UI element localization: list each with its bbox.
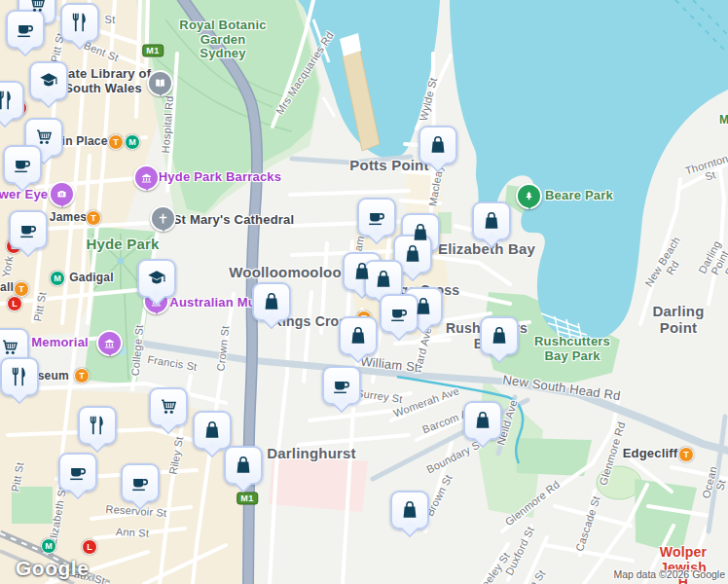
metro-station-badge[interactable]: M: [50, 271, 65, 286]
label-darling-point: Darling Point: [652, 304, 704, 337]
coffee-cup-icon: [129, 472, 151, 493]
coffee-pin-marker[interactable]: [6, 10, 45, 49]
food-pin-marker[interactable]: [0, 357, 39, 396]
label-hyde-park-barracks: Hyde Park Barracks: [159, 170, 281, 185]
shopping-cart-icon: [33, 127, 55, 148]
food-pin-marker[interactable]: [0, 81, 24, 120]
shopping-bag-icon: [373, 269, 394, 290]
shopping-cart-icon: [26, 0, 48, 16]
label-edgecliff: Edgecliff: [623, 447, 678, 461]
shopping-bag-icon: [201, 420, 223, 441]
label-all: all: [0, 281, 14, 294]
camera-poi-marker[interactable]: [49, 181, 75, 207]
library-book-icon: [154, 77, 166, 90]
label-darlinghurst: Darlinghurst: [267, 446, 356, 462]
shopping-bag-icon: [427, 134, 449, 156]
train-station-badge[interactable]: T: [108, 134, 124, 150]
shopping-cart-icon: [158, 396, 179, 418]
shopping-bag-icon: [481, 210, 502, 232]
coffee-pin-marker[interactable]: [121, 463, 160, 502]
shopping-bag-icon: [347, 325, 369, 347]
tree-poi-marker[interactable]: [516, 183, 542, 209]
food-pin-marker[interactable]: [78, 406, 117, 445]
coffee-cup-icon: [67, 461, 89, 483]
museum-icon: [140, 171, 153, 184]
label-woolloomooloo: Woolloomooloo: [229, 265, 342, 281]
memorial-icon: [103, 337, 116, 349]
museum-poi-marker[interactable]: [133, 164, 160, 191]
cart-pin-marker[interactable]: [149, 387, 188, 426]
label-st-mary-s-cathedral: St Mary's Cathedral: [173, 213, 295, 228]
bag-pin-marker[interactable]: [390, 491, 429, 529]
label-st: St: [105, 14, 116, 25]
bag-pin-marker[interactable]: [419, 126, 457, 164]
coffee-cup-icon: [15, 18, 36, 40]
food-pin-marker[interactable]: [60, 3, 99, 42]
coffee-pin-marker[interactable]: [357, 198, 396, 237]
label-m: M: [719, 114, 728, 127]
shopping-bag-icon: [413, 296, 434, 317]
metro-station-badge[interactable]: M: [125, 134, 140, 150]
label-james: James: [50, 211, 87, 224]
map-data-attribution[interactable]: Map data ©2026 Google: [613, 568, 725, 580]
bag-pin-marker[interactable]: [472, 201, 511, 240]
label-ann-st: Ann St: [116, 526, 150, 539]
restaurant-icon: [9, 366, 30, 387]
shopping-cart-icon: [0, 337, 20, 358]
label-gadigal: Gadigal: [69, 272, 113, 284]
lightrail-station-badge[interactable]: L: [7, 296, 22, 311]
book-poi-marker[interactable]: [147, 70, 173, 96]
shopping-bag-icon: [233, 455, 254, 476]
education-pin-marker[interactable]: [137, 259, 176, 298]
shopping-bag-icon: [399, 499, 420, 521]
label-beare-park: Beare Park: [545, 189, 613, 203]
graduation-cap-icon: [146, 268, 167, 289]
shopping-bag-icon: [351, 261, 373, 282]
coffee-cup-icon: [12, 154, 33, 175]
park-tree-icon: [523, 190, 535, 202]
restaurant-icon: [87, 415, 108, 436]
coffee-pin-marker[interactable]: [3, 145, 42, 184]
map-canvas[interactable]: Royal Botanic Garden SydneyState Library…: [0, 0, 728, 584]
bag-pin-marker[interactable]: [224, 446, 263, 485]
bag-pin-marker[interactable]: [252, 282, 291, 321]
bag-pin-marker[interactable]: [193, 411, 232, 450]
memorial-poi-marker[interactable]: [96, 330, 123, 356]
hospital-zone: [269, 456, 368, 512]
education-pin-marker[interactable]: [29, 61, 68, 100]
route-shield-m1: M1: [237, 493, 258, 505]
google-logo[interactable]: Google: [16, 557, 89, 580]
label-tin-place: tin Place: [57, 135, 107, 148]
church-cross-icon: [157, 212, 169, 225]
coffee-cup-icon: [388, 303, 410, 324]
coffee-pin-marker[interactable]: [9, 210, 48, 249]
label-rushcutters-bay-park: Rushcutters Bay Park: [534, 335, 610, 363]
train-station-badge[interactable]: T: [14, 281, 29, 297]
restaurant-icon: [69, 12, 91, 33]
cross-poi-marker[interactable]: [150, 205, 176, 232]
label-royal-botanic-garden-sydney: Royal Botanic Garden Sydney: [179, 18, 266, 61]
bag-pin-marker[interactable]: [339, 316, 378, 355]
bag-pin-marker[interactable]: [480, 316, 519, 355]
train-station-badge[interactable]: T: [86, 210, 101, 226]
route-shield-m1: M1: [142, 45, 164, 57]
attraction-camera-icon: [55, 188, 68, 201]
label-state-library-of-south-wales: State Library of South Wales: [55, 67, 152, 95]
graduation-cap-icon: [38, 70, 59, 91]
coffee-cup-icon: [366, 206, 387, 228]
shopping-bag-icon: [472, 410, 493, 431]
restaurant-icon: [0, 90, 16, 111]
label-hyde-park: Hyde Park: [86, 237, 159, 253]
lightrail-station-badge[interactable]: L: [82, 539, 97, 555]
coffee-cup-icon: [331, 375, 352, 396]
shopping-bag-icon: [261, 291, 282, 312]
shopping-bag-icon: [402, 243, 423, 265]
metro-station-badge[interactable]: M: [41, 538, 56, 554]
coffee-pin-marker[interactable]: [322, 366, 361, 405]
train-station-badge[interactable]: T: [678, 447, 694, 462]
shopping-bag-icon: [410, 222, 431, 243]
shopping-bag-icon: [489, 325, 510, 347]
bag-pin-marker[interactable]: [463, 401, 502, 440]
train-station-badge[interactable]: T: [74, 368, 90, 383]
coffee-pin-marker[interactable]: [58, 453, 97, 492]
